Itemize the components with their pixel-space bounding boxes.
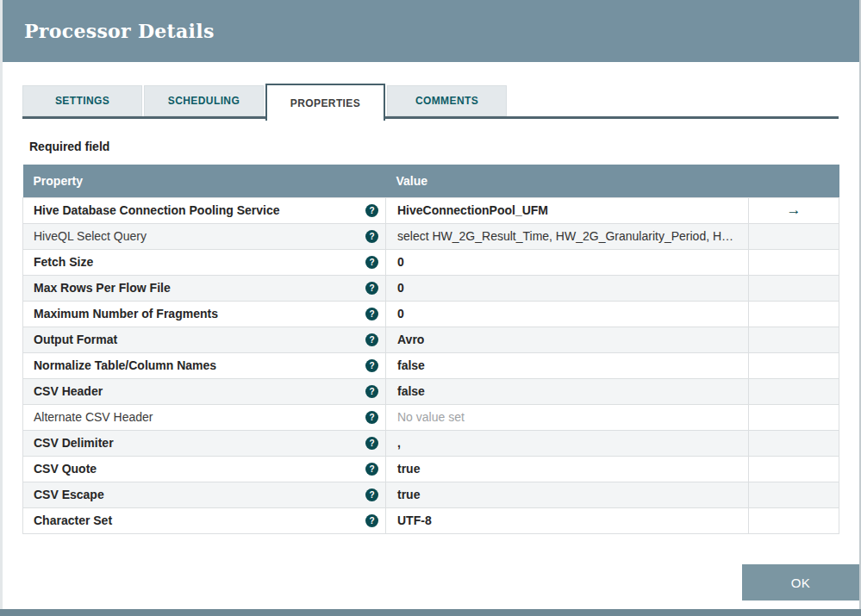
- property-name: CSV Quote: [34, 462, 97, 476]
- table-row: Max Rows Per Flow File ? 0 →: [23, 275, 839, 301]
- goto-service-arrow[interactable]: →: [787, 202, 802, 218]
- processor-details-dialog: Processor Details SETTINGS SCHEDULING PR…: [0, 0, 861, 609]
- table-header-row: Property Value: [23, 165, 839, 197]
- table-row: Fetch Size ? 0 →: [23, 249, 839, 275]
- table-row: CSV Delimiter ? , →: [23, 430, 839, 456]
- property-value: select HW_2G_Result_Time, HW_2G_Granular…: [397, 229, 733, 243]
- help-icon[interactable]: ?: [365, 282, 378, 295]
- property-name: Maximum Number of Fragments: [34, 307, 218, 320]
- property-value: 0: [397, 255, 404, 269]
- table-row: Output Format ? Avro →: [23, 327, 839, 352]
- help-icon[interactable]: ?: [365, 204, 378, 217]
- property-value: UTF-8: [397, 513, 432, 527]
- property-value: HiveConnectionPool_UFM: [397, 203, 548, 217]
- property-name: Output Format: [34, 333, 117, 346]
- property-value: ,: [397, 436, 401, 450]
- help-icon[interactable]: ?: [365, 230, 378, 243]
- property-value: 0: [397, 307, 404, 320]
- column-header-actions: [749, 165, 839, 197]
- help-icon[interactable]: ?: [365, 333, 378, 346]
- help-icon[interactable]: ?: [365, 359, 378, 372]
- table-body: Hive Database Connection Pooling Service…: [23, 197, 839, 533]
- tab-settings[interactable]: SETTINGS: [22, 85, 142, 116]
- help-icon[interactable]: ?: [365, 256, 378, 269]
- table-row: CSV Header ? false →: [23, 378, 839, 404]
- help-icon[interactable]: ?: [365, 514, 378, 527]
- property-value: 0: [397, 281, 404, 295]
- table-row: Character Set ? UTF-8 →: [23, 507, 839, 533]
- properties-table: Property Value Hive Database Connection …: [22, 165, 839, 534]
- table-row: CSV Quote ? true →: [23, 456, 839, 482]
- property-name: HiveQL Select Query: [34, 229, 147, 243]
- help-icon[interactable]: ?: [365, 385, 378, 398]
- table-row: Maximum Number of Fragments ? 0 →: [23, 301, 839, 327]
- property-value: true: [397, 488, 420, 501]
- column-header-property: Property: [23, 165, 386, 197]
- property-name: Character Set: [34, 513, 112, 527]
- table-row: Hive Database Connection Pooling Service…: [23, 197, 839, 223]
- column-header-value: Value: [386, 165, 749, 197]
- tab-comments[interactable]: COMMENTS: [387, 85, 507, 116]
- property-value: true: [397, 462, 420, 476]
- ok-button[interactable]: OK: [742, 564, 859, 600]
- property-name: CSV Header: [34, 384, 103, 398]
- property-name: Hive Database Connection Pooling Service: [34, 203, 280, 217]
- required-field-note: Required field: [29, 140, 839, 153]
- table-row: CSV Escape ? true →: [23, 482, 839, 507]
- table-row: HiveQL Select Query ? select HW_2G_Resul…: [23, 223, 839, 249]
- help-icon[interactable]: ?: [365, 437, 378, 450]
- dialog-header: Processor Details: [3, 0, 859, 62]
- property-value: false: [397, 358, 425, 372]
- tab-scheduling[interactable]: SCHEDULING: [144, 85, 264, 116]
- tab-bar: SETTINGS SCHEDULING PROPERTIES COMMENTS: [22, 85, 839, 121]
- page-title: Processor Details: [24, 20, 215, 42]
- property-value: No value set: [397, 410, 465, 424]
- property-name: CSV Delimiter: [34, 436, 114, 450]
- property-name: Alternate CSV Header: [34, 410, 153, 424]
- property-value: Avro: [397, 333, 424, 346]
- property-name: Normalize Table/Column Names: [34, 358, 216, 372]
- tab-properties[interactable]: PROPERTIES: [265, 84, 385, 121]
- table-row: Alternate CSV Header ? No value set →: [23, 404, 839, 430]
- help-icon[interactable]: ?: [365, 488, 378, 501]
- property-value: false: [397, 384, 425, 398]
- property-name: CSV Escape: [34, 488, 104, 501]
- help-icon[interactable]: ?: [365, 411, 378, 424]
- property-name: Fetch Size: [34, 255, 93, 269]
- property-name: Max Rows Per Flow File: [34, 281, 171, 295]
- table-row: Normalize Table/Column Names ? false →: [23, 352, 839, 378]
- help-icon[interactable]: ?: [365, 463, 378, 476]
- dialog-content: SETTINGS SCHEDULING PROPERTIES COMMENTS …: [3, 85, 859, 534]
- help-icon[interactable]: ?: [365, 308, 378, 320]
